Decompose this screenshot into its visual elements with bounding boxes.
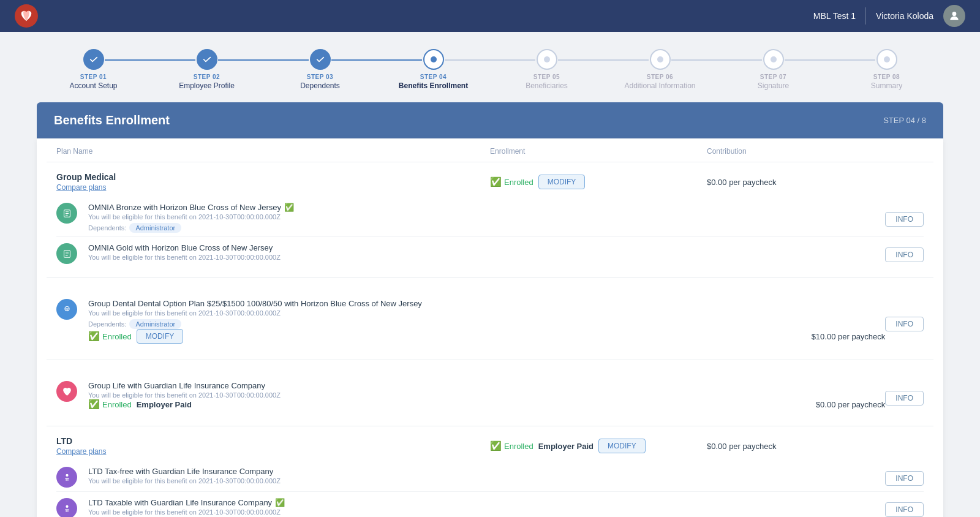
sub-plan-name-group-medical-1: OMNIA Gold with Horizon Blue Cross of Ne…: [88, 243, 885, 252]
step-circle-5: [537, 49, 557, 70]
info-btn-ltd-1[interactable]: INFO: [885, 502, 924, 517]
step-item-6[interactable]: STEP 06 Additional Information: [603, 49, 717, 90]
plan-name-col-group-medical: Group Medical Compare plans: [56, 172, 490, 192]
compare-plans-link-group-medical[interactable]: Compare plans: [56, 183, 490, 192]
sub-plans-group-life: Group Life with Guardian Life Insurance …: [56, 375, 924, 416]
info-btn-ltd-0[interactable]: INFO: [885, 471, 924, 486]
sub-employer-paid-group-life-0: Employer Paid: [137, 400, 192, 409]
avatar[interactable]: [943, 5, 965, 27]
sub-contribution-group-dental-0: $10.00 per paycheck: [812, 332, 886, 341]
step-label-group-6: STEP 06 Additional Information: [624, 74, 695, 90]
plan-section-group-life: Group Life with Guardian Life Insurance …: [47, 360, 933, 426]
eligibility-ltd-1: You will be eligible for this benefit on…: [88, 508, 885, 516]
enrolled-badge-group-medical: ✅Enrolled: [490, 176, 533, 187]
user-name: Victoria Koloda: [876, 11, 933, 21]
sub-plans-ltd: LTD Tax-free with Guardian Life Insuranc…: [56, 461, 924, 517]
plan-section-group-dental: Group Dental Dental Option Plan $25/$150…: [47, 278, 933, 360]
info-btn-group-medical-0[interactable]: INFO: [885, 212, 924, 227]
step-item-3[interactable]: STEP 03 Dependents: [263, 49, 377, 90]
sub-plan-name-group-dental-0: Group Dental Dental Option Plan $25/$150…: [88, 299, 885, 308]
sub-plan-item-group-life-0: Group Life with Guardian Life Insurance …: [56, 375, 924, 416]
step-name-5: Beneficiaries: [526, 81, 568, 90]
plan-enrollment-ltd: ✅Enrolled Employer Paid MODIFY: [490, 439, 707, 453]
dep-badge-group-dental-0: Administrator: [129, 319, 181, 329]
compare-plans-link-ltd[interactable]: Compare plans: [56, 447, 490, 456]
plan-section-ltd: LTD Compare plans ✅Enrolled Employer Pai…: [47, 426, 933, 517]
section-step-label: STEP 04 / 8: [883, 116, 926, 125]
step-circle-1: [83, 49, 104, 70]
logo-icon: [15, 4, 38, 28]
table-header: Plan Name Enrollment Contribution: [47, 138, 933, 162]
verified-icon-ltd-1: ✅: [275, 498, 285, 507]
sub-plan-icon-group-dental-0: [56, 299, 77, 320]
col-contribution-header: Contribution: [707, 147, 924, 156]
eligibility-group-life-0: You will be eligible for this benefit on…: [88, 391, 885, 399]
sub-check-icon-group-life-0: ✅: [88, 399, 100, 410]
step-item-2[interactable]: STEP 02 Employee Profile: [150, 49, 263, 90]
step-item-4[interactable]: STEP 04 Benefits Enrollment: [377, 49, 490, 90]
sub-plan-icon-group-life-0: [56, 381, 77, 402]
step-label-group-3: STEP 03 Dependents: [300, 74, 340, 90]
eligibility-group-medical-1: You will be eligible for this benefit on…: [88, 254, 885, 261]
svg-point-5: [66, 505, 68, 507]
employer-paid-ltd: Employer Paid: [538, 442, 594, 451]
stepper-area: STEP 01 Account Setup STEP 02 Employee P…: [0, 32, 980, 102]
sub-contribution-group-life-0: $0.00 per paycheck: [816, 400, 885, 409]
step-item-8[interactable]: STEP 08 Summary: [830, 49, 943, 90]
step-item-1[interactable]: STEP 01 Account Setup: [37, 49, 150, 90]
step-name-1: Account Setup: [69, 81, 117, 90]
step-num-2: STEP 02: [179, 74, 235, 80]
main-content: Benefits Enrollment STEP 04 / 8 Plan Nam…: [0, 102, 980, 517]
sub-plan-name-group-medical-0: OMNIA Bronze with Horizon Blue Cross of …: [88, 203, 885, 212]
step-circle-6: [650, 49, 671, 70]
step-label-group-4: STEP 04 Benefits Enrollment: [399, 74, 468, 90]
dep-badge-group-medical-0: Administrator: [129, 223, 181, 233]
sub-modify-btn-group-dental-0[interactable]: MODIFY: [137, 329, 184, 344]
info-btn-group-life-0[interactable]: INFO: [885, 391, 924, 406]
sub-plan-item-group-medical-1: OMNIA Gold with Horizon Blue Cross of Ne…: [56, 237, 924, 268]
info-btn-group-dental-0[interactable]: INFO: [885, 317, 924, 331]
sub-plans-group-dental: Group Dental Dental Option Plan $25/$150…: [56, 293, 924, 350]
benefits-section: Benefits Enrollment STEP 04 / 8 Plan Nam…: [37, 102, 943, 517]
plan-row-main-ltd: LTD Compare plans ✅Enrolled Employer Pai…: [56, 436, 924, 456]
step-name-8: Summary: [871, 81, 902, 90]
plan-section-group-medical: Group Medical Compare plans ✅Enrolled MO…: [47, 162, 933, 278]
info-btn-group-medical-1[interactable]: INFO: [885, 247, 924, 262]
step-name-4: Benefits Enrollment: [399, 81, 468, 90]
sub-check-icon-group-dental-0: ✅: [88, 331, 100, 342]
sub-plan-info-group-life-0: Group Life with Guardian Life Insurance …: [81, 381, 885, 412]
sub-plan-item-group-dental-0: Group Dental Dental Option Plan $25/$150…: [56, 293, 924, 350]
step-name-2: Employee Profile: [179, 81, 235, 90]
contribution-ltd: $0.00 per paycheck: [707, 442, 924, 451]
sub-enrolled-group-dental-0: ✅Enrolled: [88, 331, 132, 342]
step-label-group-5: STEP 05 Beneficiaries: [526, 74, 568, 90]
topnav-right: MBL Test 1 Victoria Koloda: [813, 5, 965, 27]
step-item-7[interactable]: STEP 07 Signature: [717, 49, 830, 90]
sub-plan-info-group-medical-1: OMNIA Gold with Horizon Blue Cross of Ne…: [81, 243, 885, 261]
step-num-1: STEP 01: [69, 74, 117, 80]
step-num-3: STEP 03: [300, 74, 340, 80]
step-num-6: STEP 06: [624, 74, 695, 80]
sub-plans-group-medical: OMNIA Bronze with Horizon Blue Cross of …: [56, 197, 924, 268]
col-enrollment-header: Enrollment: [490, 147, 707, 156]
section-header: Benefits Enrollment STEP 04 / 8: [37, 102, 943, 138]
step-label-group-7: STEP 07 Signature: [758, 74, 789, 90]
step-circle-7: [763, 49, 784, 70]
step-item-5[interactable]: STEP 05 Beneficiaries: [490, 49, 603, 90]
sub-plan-icon-group-medical-0: [56, 203, 77, 224]
step-name-6: Additional Information: [624, 81, 695, 90]
step-circle-4: [423, 49, 444, 70]
dependents-row-group-medical-0: Dependents: Administrator: [88, 223, 885, 233]
step-label-group-2: STEP 02 Employee Profile: [179, 74, 235, 90]
plan-name-group-medical: Group Medical: [56, 172, 490, 182]
dependents-label-group-dental-0: Dependents:: [88, 320, 126, 328]
step-num-7: STEP 07: [758, 74, 789, 80]
col-plan-header: Plan Name: [56, 147, 490, 156]
step-num-4: STEP 04: [399, 74, 468, 80]
modify-btn-ltd[interactable]: MODIFY: [598, 439, 646, 453]
step-circle-3: [310, 49, 331, 70]
sub-plan-item-ltd-0: LTD Tax-free with Guardian Life Insuranc…: [56, 461, 924, 492]
modify-btn-group-medical[interactable]: MODIFY: [538, 175, 586, 189]
top-nav: MBL Test 1 Victoria Koloda: [0, 0, 980, 32]
app-logo: [15, 4, 38, 28]
